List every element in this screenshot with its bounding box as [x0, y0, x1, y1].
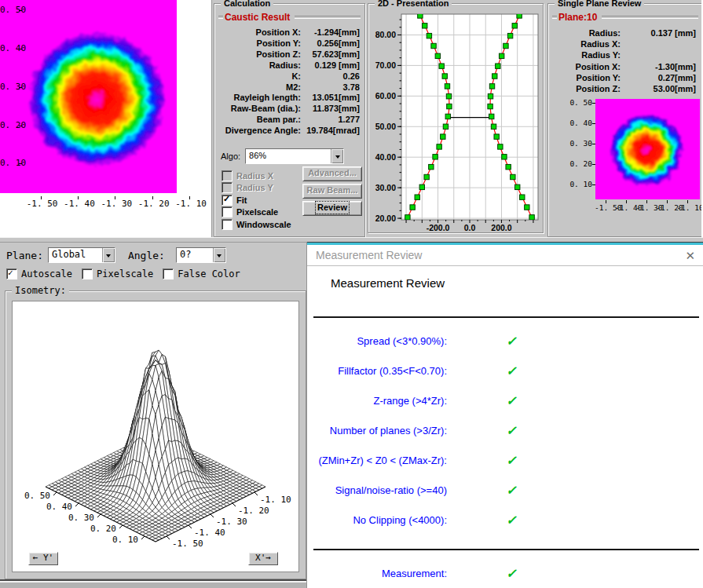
field-label: Radius:	[551, 27, 621, 38]
checkbox-windowscale[interactable]: Windowscale	[222, 218, 300, 231]
plane-heading: Plane:10	[552, 12, 698, 23]
review-checklist: Spread (<3*0.90%):✓Fillfactor (0.35<F<0.…	[307, 326, 703, 535]
svg-text:0. 30: 0. 30	[68, 513, 94, 523]
tick	[19, 163, 22, 164]
checkbox-box[interactable]	[82, 268, 93, 279]
field-label: Rayleigh length:	[218, 93, 301, 104]
checkbox-box[interactable]	[222, 182, 233, 193]
check-icon: ✓	[496, 363, 527, 378]
isometry-group-title: Isometry:	[12, 285, 69, 296]
field-value: 0.137 [mm]	[621, 27, 698, 38]
checkbox-radius-x[interactable]: Radius X	[222, 170, 300, 182]
svg-text:0. 10: 0. 10	[112, 535, 138, 545]
tick	[78, 196, 79, 199]
dropdown-arrow-icon[interactable]	[213, 248, 225, 262]
plane-label: Plane:	[6, 250, 48, 261]
beam-y-tick-label: 0. 40	[0, 44, 19, 53]
button-advanced[interactable]: Advanced...	[302, 166, 362, 181]
tick	[41, 196, 42, 199]
checkbox-pixelscale[interactable]: Pixelscale	[82, 267, 153, 281]
caustic-chart: 80.0070.0060.0050.0040.0030.0020.00-200.…	[370, 9, 541, 231]
field-value: 19.784[mrad]	[301, 126, 361, 137]
field-row: Divergence Angle:19.784[mrad]	[218, 126, 361, 137]
dropdown-arrow-icon[interactable]	[331, 149, 343, 163]
check-icon: ✓	[496, 393, 527, 408]
tick	[687, 200, 688, 203]
tick	[626, 200, 627, 203]
single-plane-x-tick-label: -1. 30	[635, 203, 657, 213]
single-plane-x-tick-label: -1. 10	[676, 203, 698, 213]
review-item-label: Signal/noise-ratio (>=40)	[307, 484, 447, 496]
rotate-y-button[interactable]: ← Y'	[28, 552, 58, 565]
field-label: M2:	[218, 82, 301, 93]
app-window: 0. 500. 400. 300. 200. 10-1. 50-1. 40-1.…	[0, 0, 703, 588]
beam-y-tick-label: 0. 10	[0, 159, 19, 168]
svg-text:70.00: 70.00	[375, 60, 396, 70]
checkbox-box[interactable]	[222, 195, 233, 206]
single-plane-beam-image	[595, 99, 700, 199]
svg-text:-1. 20: -1. 20	[238, 506, 269, 516]
button-label: Advanced...	[306, 167, 358, 179]
checkbox-fit[interactable]: Fit	[222, 194, 300, 206]
field-row: Position X:-1.294[mm]	[218, 27, 361, 38]
field-value: 13.051[mm]	[301, 93, 361, 104]
tick	[592, 123, 595, 124]
single-plane-group-title: Single Plane Review	[555, 0, 644, 9]
algo-row: Algo: 86%	[221, 148, 344, 164]
field-label: Position Y:	[218, 38, 301, 49]
plane-select-value[interactable]: Global	[49, 248, 102, 262]
checkbox-label: Windowscale	[233, 220, 291, 229]
svg-text:-1. 10: -1. 10	[260, 495, 291, 505]
rotate-x-button[interactable]: X'→	[248, 552, 278, 565]
tick	[592, 164, 595, 165]
svg-text:40.00: 40.00	[375, 152, 396, 162]
beam-x-tick-label: -1. 30	[101, 199, 129, 209]
angle-select[interactable]: 0?	[176, 247, 226, 263]
tick	[592, 144, 595, 144]
view-checkboxes: AutoscalePixelscaleFalse Color	[6, 267, 250, 281]
svg-text:0. 50: 0. 50	[24, 491, 50, 501]
review-item: (ZMin+Zr) < Z0 < (ZMax-Zr):✓	[307, 445, 703, 475]
single-plane-y-tick-label: 0. 40	[548, 119, 592, 128]
review-item: Number of planes (>3/Zr):✓	[307, 415, 703, 445]
checkbox-box[interactable]	[222, 219, 233, 230]
checkbox-radius-y[interactable]: Radius Y	[222, 182, 300, 195]
svg-text:80.00: 80.00	[375, 30, 396, 39]
review-item: Z-range (>4*Zr):✓	[307, 385, 703, 415]
field-label: Position Z:	[218, 49, 301, 60]
checkbox-label: Pixelscale	[93, 268, 153, 279]
checkbox-pixelscale[interactable]: Pixelscale	[222, 206, 300, 219]
checkbox-box[interactable]	[6, 268, 17, 279]
tick	[19, 87, 22, 88]
checkbox-box[interactable]	[222, 206, 233, 217]
dropdown-arrow-icon[interactable]	[102, 248, 115, 262]
window-titlebar[interactable]: Measurement Review ✕	[307, 245, 703, 266]
tick	[19, 10, 22, 11]
angle-select-value[interactable]: 0?	[177, 248, 213, 262]
single-plane-x-tick-label: -1. 50	[595, 203, 617, 213]
checkbox-box[interactable]	[222, 170, 233, 181]
isometry-group: Isometry: 0. 500. 400. 300. 200. 10-1. 5…	[5, 290, 306, 579]
check-icon: ✓	[496, 334, 527, 349]
bottom-strip-gray	[0, 583, 306, 588]
close-icon[interactable]: ✕	[685, 250, 695, 261]
button-review[interactable]: Review	[302, 201, 362, 216]
checkbox-box[interactable]	[163, 268, 174, 279]
checkbox-autoscale[interactable]: Autoscale	[6, 267, 72, 281]
button-raw-beam[interactable]: Raw Beam...	[302, 184, 362, 199]
algo-value[interactable]: 86%	[246, 149, 331, 163]
plane-select[interactable]: Global	[48, 247, 115, 263]
angle-label: Angle:	[128, 250, 170, 261]
algo-select[interactable]: 86%	[245, 148, 344, 164]
caustic-result-title: Caustic Result	[223, 12, 291, 23]
calculation-buttons: Advanced...Raw Beam...Review	[302, 166, 362, 218]
beam-x-tick-label: -1. 40	[64, 199, 92, 209]
presentation-group: 2D - Presentation 80.0070.0060.0050.0040…	[368, 3, 544, 233]
checkbox-false-color[interactable]: False Color	[163, 267, 240, 281]
window-title: Measurement Review	[316, 249, 422, 261]
tick	[152, 196, 153, 199]
review-item-label: No Clipping (<4000):	[307, 514, 447, 526]
svg-text:-1. 30: -1. 30	[216, 517, 247, 527]
review-item: Fillfactor (0.35<F<0.70):✓	[307, 356, 703, 385]
field-row: Beam par.:1.277	[218, 115, 361, 126]
